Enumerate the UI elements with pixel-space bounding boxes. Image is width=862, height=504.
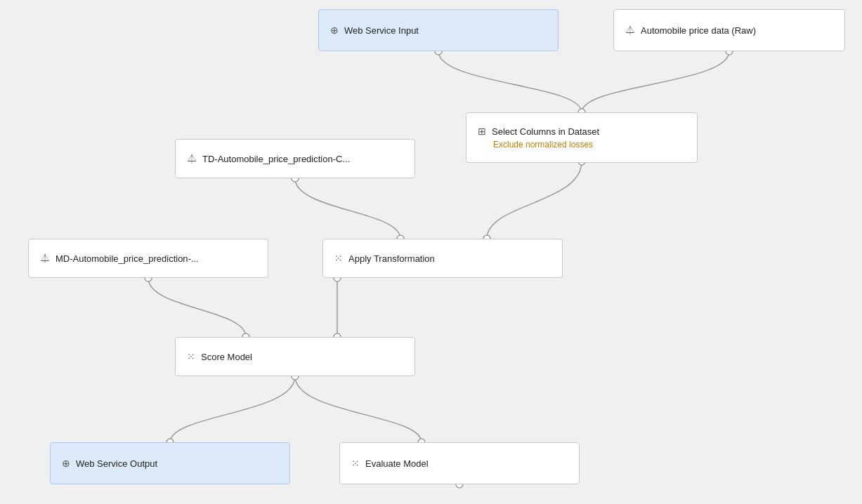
apply-transformation-node[interactable]: ⁙ Apply Transformation: [322, 239, 563, 278]
select-columns-subtitle: Exclude normalized losses: [493, 140, 686, 150]
select-columns-node[interactable]: ⊞ Select Columns in Dataset Exclude norm…: [466, 112, 698, 163]
globe-icon-output: ⊕: [62, 458, 70, 469]
evaluate-model-node[interactable]: ⁙ Evaluate Model: [339, 442, 580, 484]
web-service-output-label: Web Service Output: [76, 458, 157, 469]
web-service-output-node[interactable]: ⊕ Web Service Output: [50, 442, 290, 484]
scatter-icon-apply: ⁙: [334, 253, 343, 264]
evaluate-model-label: Evaluate Model: [365, 458, 429, 469]
select-columns-label: Select Columns in Dataset: [492, 126, 599, 137]
cylinder-icon-raw: ⏃: [625, 25, 635, 36]
score-model-label: Score Model: [201, 352, 252, 362]
cylinder-icon-td: ⏃: [187, 153, 197, 164]
scatter-icon-evaluate: ⁙: [351, 458, 360, 469]
md-automobile-node[interactable]: ⏃ MD-Automobile_price_prediction-...: [28, 239, 268, 278]
cylinder-icon-md: ⏃: [40, 253, 50, 264]
globe-icon: ⊕: [330, 25, 339, 36]
scatter-icon-score: ⁙: [187, 351, 195, 362]
automobile-price-raw-node[interactable]: ⏃ Automobile price data (Raw): [613, 9, 845, 51]
td-automobile-node[interactable]: ⏃ TD-Automobile_price_prediction-C...: [175, 139, 415, 178]
web-service-input-node[interactable]: ⊕ Web Service Input: [318, 9, 559, 51]
md-automobile-label: MD-Automobile_price_prediction-...: [55, 253, 199, 264]
automobile-price-raw-label: Automobile price data (Raw): [641, 25, 756, 36]
td-automobile-label: TD-Automobile_price_prediction-C...: [202, 154, 350, 164]
pipeline-canvas: ⊕ Web Service Input ⏃ Automobile price d…: [0, 0, 862, 504]
table-icon: ⊞: [478, 126, 486, 137]
score-model-node[interactable]: ⁙ Score Model: [175, 337, 415, 376]
apply-transformation-label: Apply Transformation: [348, 253, 435, 264]
web-service-input-label: Web Service Input: [344, 25, 419, 36]
